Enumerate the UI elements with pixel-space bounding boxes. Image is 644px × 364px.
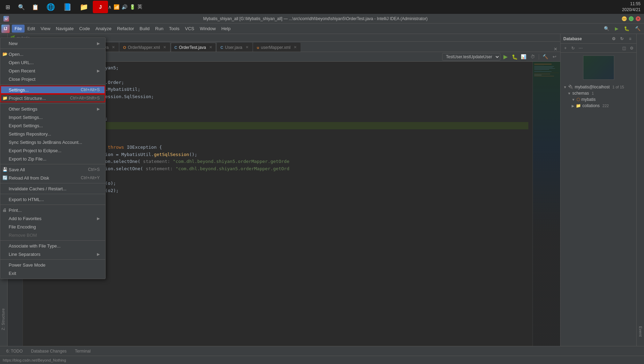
tab-ordermapper-xml[interactable]: O OrderMapper.xml ✕ [119,43,170,52]
lang-indicator[interactable]: 英 [137,4,142,10]
menu-project-structure[interactable]: 📁 Project Structure... Ctrl+Alt+Shift+S [0,94,105,102]
title-bar-controls: — □ ✕ [622,16,641,21]
code-line-21 [35,209,528,216]
menu-vcs[interactable]: VCS [182,25,197,33]
db-refresh-toolbar-btn[interactable]: ↻ [570,45,576,52]
menu-print[interactable]: 🖨 Print... [0,206,105,214]
schemas-label: schemas [572,91,589,96]
menu-export-html[interactable]: Export to HTML... [0,195,105,203]
up-arrow-icon[interactable]: ∧ [108,4,111,10]
idea-app[interactable]: J [93,1,108,13]
menu-open[interactable]: 📂 Open... [0,50,105,58]
menu-navigate[interactable]: Navigate [53,25,76,33]
coverage-btn[interactable]: 📊 [520,53,527,61]
menu-open-url[interactable]: Open URL... [0,58,105,67]
menu-window[interactable]: Window [197,25,218,33]
tab-close-ordertest[interactable]: ✕ [209,45,212,50]
db-add-btn[interactable]: + [562,45,569,52]
db-tree-schemas[interactable]: ▼ schemas 1 [562,90,635,96]
menu-import-settings[interactable]: Import Settings... [0,113,105,121]
debug-button[interactable]: 🐛 [511,53,518,61]
menu-settings[interactable]: Settings... Ctrl+Alt+S [0,86,105,94]
build-btn[interactable]: 🔨 [633,25,643,32]
minimap-content [533,62,560,346]
menu-export-eclipse[interactable]: Export Project to Eclipse... [0,146,105,155]
tab-close-usermapper[interactable]: ✕ [294,45,297,50]
debug-toolbar-btn[interactable]: 🐛 [622,25,632,32]
tab-close-ordermapper[interactable]: ✕ [163,45,166,50]
menu-code[interactable]: Code [77,25,93,33]
menu-export-zip[interactable]: Export to Zip File... [0,155,105,163]
tab-close-order[interactable]: ✕ [112,45,115,50]
menu-associate-file-type[interactable]: Associate with File Type... [0,242,105,250]
tab-user-java[interactable]: C User.java ✕ [217,43,252,52]
menu-refactor[interactable]: Refactor [114,25,137,33]
menu-close-project[interactable]: Close Project [0,75,105,83]
sidebar-tab-structure[interactable]: Z: Structure [0,306,7,332]
menu-invalidate-caches[interactable]: Invalidate Caches / Restart... [0,184,105,193]
menu-line-separators[interactable]: Line Separators ▶ [0,250,105,258]
menu-power-save[interactable]: Power Save Mode [0,261,105,269]
db-tree-collations[interactable]: ▶ 📁 collations 222 [562,103,635,109]
menu-export-settings[interactable]: Export Settings... [0,121,105,130]
menu-settings-repo[interactable]: Settings Repository... [0,130,105,138]
tab-todo[interactable]: 6: TODO [3,348,26,355]
menu-tools[interactable]: Tools [166,25,182,33]
menu-help[interactable]: Help [218,25,233,33]
menu-build[interactable]: Build [137,25,152,33]
menu-save-all[interactable]: 💾 Save All Ctrl+S [0,165,105,174]
search-everywhere-btn[interactable]: 🔍 [602,25,611,32]
task-view-button[interactable]: 📋 [29,1,42,13]
close-minimap-btn[interactable]: ✕ [551,46,560,52]
tab-terminal[interactable]: Terminal [71,348,94,355]
tab-db-changes[interactable]: Database Changes [28,348,70,355]
run-button[interactable]: ▶ [502,53,509,61]
tab-ordertest-java[interactable]: C OrderTest.java ✕ [171,43,216,52]
db-settings-btn[interactable]: ⚙ [610,35,617,42]
word-app[interactable]: 📘 [60,1,75,13]
volume-icon[interactable]: 🔊 [122,4,127,10]
db-panel-options-btn[interactable]: ≡ [627,35,634,42]
search-button[interactable]: 🔍 [15,1,28,13]
menu-reload-all[interactable]: 🔄 Reload All from Disk Ctrl+Alt+Y [0,174,105,182]
run-config-dropdown[interactable]: TestUser.testUpdateUserTestUser.testUpda… [442,53,500,61]
menu-sync-settings[interactable]: Sync Settings to JetBrains Account... [0,138,105,146]
menu-file-encoding[interactable]: File Encoding [0,223,105,231]
battery-icon[interactable]: 🔋 [129,4,135,10]
java-icon-5: C [175,45,177,50]
minimize-button[interactable]: — [622,16,627,21]
close-button[interactable]: ✕ [636,16,641,21]
start-button[interactable]: ⊞ [1,1,14,13]
network-icon[interactable]: 📶 [114,4,119,10]
menu-run[interactable]: Run [152,25,166,33]
run-toolbar-btn[interactable]: ▶ [613,25,620,32]
db-refresh-btn[interactable]: ↻ [618,35,625,42]
menu-add-favorites[interactable]: Add to Favorites ▶ [0,214,105,223]
db-count-root: 1 of 15 [612,85,624,89]
sep-1 [0,49,105,49]
maximize-button[interactable]: □ [629,16,634,21]
db-more-btn[interactable]: ⋯ [577,45,584,52]
profile-btn[interactable]: ⏱ [529,53,536,61]
tab-usermapper-xml[interactable]: u userMapper.xml ✕ [253,43,301,52]
menu-edit[interactable]: Edit [25,25,38,33]
browser-app[interactable]: 🌐 [43,1,58,13]
menu-file[interactable]: File [12,25,25,33]
update-btn[interactable]: ↩ [551,53,558,61]
menu-exit[interactable]: Exit [0,269,105,277]
explorer-app[interactable]: 📁 [76,1,91,13]
menu-analyze[interactable]: Analyze [93,25,114,33]
code-line-6: import org.junit.Test; [35,101,528,108]
menu-new[interactable]: New ▶ [0,39,105,47]
db-tree-mybatis[interactable]: ▼ ⬡ mybatis [562,96,635,103]
menu-view[interactable]: View [38,25,53,33]
db-settings-gear[interactable]: ⚙ [628,45,635,52]
code-content[interactable]: package com.dhl.beyond.shiyan5; import c… [30,62,533,346]
db-collapse-btn[interactable]: ◫ [620,45,627,52]
menu-open-recent[interactable]: Open Recent ▶ [0,67,105,75]
db-tree-item-root[interactable]: ▼ 🔌 mybatis@localhost 1 of 15 [562,84,635,90]
build-btn-2[interactable]: 🔨 [542,53,549,61]
tab-close-user[interactable]: ✕ [245,45,249,50]
event-vtab[interactable]: Event [637,324,644,339]
menu-other-settings[interactable]: Other Settings ▶ [0,105,105,113]
